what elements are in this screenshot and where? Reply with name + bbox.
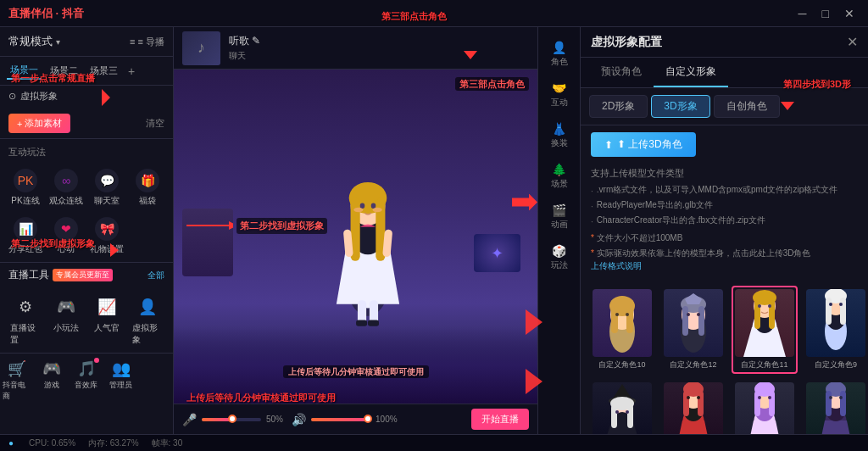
clear-button[interactable]: 清空: [146, 117, 164, 130]
avatar-card-5[interactable]: 自定义角色5: [732, 379, 798, 434]
avatar-thumb-12: [664, 289, 723, 357]
svg-point-35: [697, 313, 700, 316]
config-nav-scene[interactable]: 🌲 场景: [538, 156, 580, 197]
mic-volume-fill: [202, 418, 231, 421]
svg-marker-2: [336, 249, 398, 304]
tab-scene3[interactable]: 场景三: [86, 63, 121, 79]
virtual-icon: 👤: [135, 294, 160, 320]
all-tools-link[interactable]: 全部: [147, 270, 164, 281]
start-stream-button[interactable]: 开始直播: [471, 409, 529, 430]
add-material-button[interactable]: + 添加素材: [8, 114, 70, 133]
stream-name: 听歌 ✎: [229, 34, 260, 48]
audience-icon: ∞: [54, 169, 78, 192]
svg-rect-92: [840, 391, 846, 416]
config-nav-interactive[interactable]: 🤝 互动: [538, 75, 580, 115]
status-bar: ● CPU: 0.65% 内存: 63.27% 帧率: 30: [0, 434, 868, 451]
avatar-thumb-4: [806, 382, 865, 434]
tool-lucky[interactable]: 🎁 福袋: [129, 165, 166, 210]
heart-icon: ❤: [54, 217, 78, 241]
tool-gift[interactable]: 🎀 礼物设置: [88, 214, 125, 259]
tool-live-settings[interactable]: ⚙ 直播设置: [7, 291, 44, 349]
svg-point-45: [768, 304, 771, 308]
room-screen: ✦: [474, 234, 520, 272]
avatar-thumb-9: [806, 289, 865, 357]
avatar-card-6[interactable]: 自定义角色6: [660, 379, 726, 434]
tab-scene2[interactable]: 场景二: [47, 63, 81, 79]
avatar-card-7[interactable]: 自定义角色7: [589, 379, 655, 434]
add-scene-button[interactable]: +: [128, 64, 135, 78]
tool-audience[interactable]: ∞ 观众连线: [47, 165, 85, 210]
file-types-section: 支持上传模型文件类型 · .vrm格式文件，以及可导入MMD含pmx或pmd文件…: [581, 164, 868, 279]
avatar-card-4[interactable]: 自定义角色4: [803, 379, 868, 434]
nav-soundlib[interactable]: 🎵 音效库: [70, 357, 104, 404]
config-nav-gameplay[interactable]: 🎲 玩法: [538, 237, 580, 278]
mode-selector: 常规模式 ▾ ≡ ≡ 导播: [0, 27, 173, 57]
avatar-card-9[interactable]: 自定义角色9: [803, 286, 868, 374]
type-tab-3d[interactable]: 3D形象: [651, 95, 709, 118]
app-logo: 直播伴侣 · 抖音: [8, 6, 84, 21]
music-icon: 🎵: [77, 360, 96, 377]
tool-popularity[interactable]: 📈 人气官: [88, 291, 125, 349]
tool-pk[interactable]: PK PK连线: [7, 165, 44, 210]
svg-rect-52: [840, 298, 846, 325]
svg-point-64: [626, 410, 629, 414]
animation-nav-icon: 🎬: [552, 203, 566, 217]
svg-rect-43: [769, 299, 775, 329]
config-nav-dress[interactable]: 👗 换装: [538, 115, 580, 156]
tab-scene1[interactable]: 场景一: [7, 62, 42, 80]
tool-share[interactable]: 📊 分享红包: [7, 214, 44, 259]
cpu-status: CPU: 0.65%: [29, 438, 75, 448]
status-icon: ●: [8, 438, 14, 448]
chat-icon: 💬: [95, 169, 119, 192]
nav-manager[interactable]: 👥 管理员: [103, 357, 138, 404]
type-tab-self[interactable]: 自创角色: [714, 95, 780, 118]
speaker-icon: 🔊: [292, 413, 306, 426]
games-icon: 🎮: [53, 294, 79, 320]
minimize-button[interactable]: ─: [793, 5, 812, 22]
nav-games[interactable]: 🎮 游戏: [35, 357, 70, 404]
vol-label: 100%: [376, 415, 398, 424]
avatar-card-11[interactable]: 自定义角色11: [732, 286, 798, 374]
tool-virtual[interactable]: 👤 虚拟形象: [129, 291, 166, 349]
settings-icon: ⚙: [13, 294, 38, 320]
nav-ecommerce[interactable]: 🛒 抖音电商: [0, 357, 35, 404]
pk-icon: PK: [14, 169, 37, 192]
avatar-card-12[interactable]: 自定义角色12: [660, 286, 726, 374]
config-nav-character[interactable]: 👤 角色: [538, 34, 580, 75]
svg-point-27: [626, 313, 629, 316]
type-tab-2d[interactable]: 2D形象: [589, 95, 648, 118]
tab-preset[interactable]: 预设角色: [589, 58, 654, 87]
bottom-nav: 🛒 抖音电商 🎮 游戏 🎵 音效库 👥 管理员: [0, 353, 173, 408]
config-close-button[interactable]: ✕: [847, 34, 858, 50]
avatar-thumb-7: [593, 382, 652, 434]
vol-slider[interactable]: [311, 418, 370, 421]
live-tools-grid: ⚙ 直播设置 🎮 小玩法 📈 人气官 👤 虚拟形象: [0, 287, 173, 353]
canvas-area: ✦: [174, 70, 537, 404]
virtual-avatar-item[interactable]: ⊙ 虚拟形象: [0, 86, 173, 107]
tab-custom[interactable]: 自定义形象: [654, 58, 728, 87]
config-nav-animation[interactable]: 🎬 动画: [538, 197, 580, 237]
mic-volume-slider[interactable]: [202, 418, 261, 421]
tool-chat[interactable]: 💬 聊天室: [88, 165, 125, 210]
tool-mini-games[interactable]: 🎮 小玩法: [47, 291, 85, 349]
dress-nav-icon: 👗: [552, 122, 566, 136]
mic-volume-thumb: [228, 415, 236, 423]
svg-rect-91: [826, 391, 832, 416]
upload-3d-button[interactable]: ⬆ ⬆ 上传3D角色: [591, 132, 696, 157]
avatar-card-10[interactable]: 自定义角色10: [589, 286, 655, 374]
tool-heart[interactable]: ❤ 心动: [47, 214, 85, 259]
top-bar: 直播伴侣 · 抖音 ─ □ ✕: [0, 0, 868, 27]
close-button[interactable]: ✕: [839, 5, 860, 22]
upload-format-link[interactable]: 上传格式说明: [591, 261, 642, 270]
svg-point-93: [829, 396, 832, 399]
mode-label[interactable]: 常规模式 ▾: [8, 34, 60, 49]
svg-rect-18: [368, 320, 379, 326]
svg-rect-17: [356, 320, 367, 326]
maximize-button[interactable]: □: [817, 5, 834, 22]
guide-button[interactable]: ≡ ≡ 导播: [130, 36, 164, 48]
config-sidebar: 👤 角色 🤝 互动 👗 换装 🌲 场景 🎬 动画 🎲 玩法: [538, 27, 581, 434]
interactive-section-title: 互动玩法: [0, 138, 173, 162]
bottom-controls: 🎤 50% 🔊 100% 开始直播: [174, 404, 537, 434]
stream-preview: ♪: [182, 31, 220, 65]
premium-badge: 专属会员更新至: [53, 269, 113, 281]
